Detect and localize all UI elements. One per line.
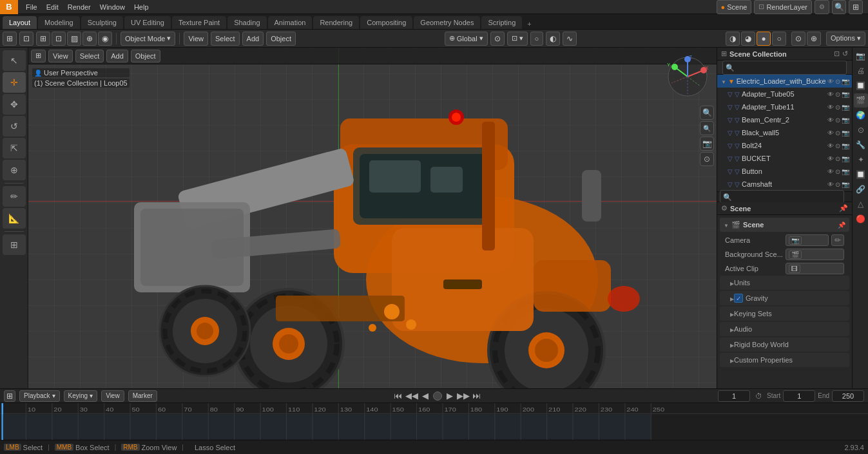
menu-render[interactable]: Render xyxy=(64,3,95,12)
props-icon-constraints[interactable]: 🔗 xyxy=(854,182,868,196)
view-timeline-menu[interactable]: View xyxy=(101,390,124,402)
add-workspace-tab[interactable]: + xyxy=(523,19,535,29)
vis-icon[interactable]: 👁 xyxy=(827,142,834,149)
render-icon[interactable]: 📷 xyxy=(842,78,849,85)
tool-annotate[interactable]: ✏ xyxy=(3,186,26,207)
sel-icon[interactable]: ⊙ xyxy=(835,78,840,85)
playback-menu[interactable]: Playback ▾ xyxy=(19,390,60,402)
tab-geometry-nodes[interactable]: Geometry Nodes xyxy=(414,16,480,29)
vis-icon[interactable]: 👁 xyxy=(827,117,834,124)
props-icon-world[interactable]: 🌍 xyxy=(854,108,868,122)
editor-type-vp-btn[interactable]: ⊞ xyxy=(31,50,46,62)
tab-rendering[interactable]: Rendering xyxy=(313,16,359,29)
vis-icon[interactable]: 👁 xyxy=(827,168,834,175)
proportional-edit-btn[interactable]: ○ xyxy=(530,32,544,46)
tool-measure[interactable]: 📐 xyxy=(3,208,26,229)
outliner-item[interactable]: ▽ ▽ Adapter_Tube05 👁 ⊙ 📷 xyxy=(717,88,852,100)
play-btn[interactable]: ▶ xyxy=(444,390,456,402)
props-icon-material[interactable]: 🔴 xyxy=(854,212,868,226)
filter-btn[interactable]: ⊞ xyxy=(849,0,863,14)
scene-pin[interactable]: 📌 xyxy=(838,222,845,229)
tool-select[interactable]: ↖ xyxy=(3,50,26,71)
menu-help[interactable]: Help xyxy=(130,3,153,12)
options-btn[interactable]: ⚙ xyxy=(815,0,829,14)
props-pin-icon[interactable]: 📌 xyxy=(839,204,848,213)
audio-section[interactable]: Audio xyxy=(720,322,849,336)
props-icon-physics[interactable]: 🔲 xyxy=(854,167,868,182)
shading-material[interactable]: ◕ xyxy=(741,32,755,46)
render-icon[interactable]: 📷 xyxy=(842,142,849,149)
props-icon-view[interactable]: 🔲 xyxy=(854,79,868,93)
render-icon[interactable]: 📷 xyxy=(842,104,849,111)
outliner-item[interactable]: ▽ ▽ Adapter_Tube11 👁 ⊙ 📷 xyxy=(717,100,852,113)
viewport-gizmo[interactable]: X Y Z xyxy=(665,54,710,99)
menu-window[interactable]: Window xyxy=(96,3,129,12)
props-icon-modifier[interactable]: 🔧 xyxy=(854,138,868,152)
tab-compositing[interactable]: Compositing xyxy=(360,16,412,29)
props-icon-data[interactable]: △ xyxy=(854,197,868,211)
timeline-editor-type[interactable]: ⊞ xyxy=(4,390,15,402)
camera-pick-btn[interactable]: ✏ xyxy=(831,234,844,246)
render-icon[interactable]: 📷 xyxy=(842,168,849,175)
sel-icon[interactable]: ⊙ xyxy=(835,181,840,188)
scene-section-header[interactable]: 🎬 Scene 📌 xyxy=(720,218,849,232)
outliner-item[interactable]: ▼ Electric_Loader_with_Bucket 👁 ⊙ 📷 xyxy=(717,75,852,88)
outliner-item[interactable]: ▽ ▽ BUCKET 👁 ⊙ 📷 xyxy=(717,152,852,165)
props-icon-object[interactable]: ⊙ xyxy=(854,123,868,137)
transform-orientations[interactable]: ⊕ Global ▾ xyxy=(445,32,488,46)
vis-icon[interactable]: 👁 xyxy=(827,91,834,98)
tool-cursor[interactable]: ✛ xyxy=(3,72,26,93)
vis-icon[interactable]: 👁 xyxy=(827,155,834,162)
object-mode-btn[interactable]: Object Mode ▾ xyxy=(121,32,175,46)
sel-icon[interactable]: ⊙ xyxy=(835,91,840,98)
play-back-btn[interactable]: ◀ xyxy=(420,390,431,402)
snap-btn[interactable]: ⊡ ▾ xyxy=(507,32,528,46)
start-frame-display[interactable]: 1 xyxy=(783,390,815,402)
camera-value[interactable]: 📷 xyxy=(786,234,829,246)
marker-menu[interactable]: Marker xyxy=(128,390,157,402)
overlay-btn[interactable]: ⊙ xyxy=(791,32,805,46)
view-vp-btn[interactable]: View xyxy=(48,50,73,62)
keying-menu[interactable]: Keying ▾ xyxy=(64,390,98,402)
icon-grid1[interactable]: ⊞ xyxy=(36,32,50,46)
active-clip-value[interactable]: 🎞 xyxy=(786,263,844,274)
tool-rotate[interactable]: ↺ xyxy=(3,116,26,137)
menu-file[interactable]: File xyxy=(22,3,41,12)
custom-props-section[interactable]: Custom Properties xyxy=(720,353,849,367)
units-section[interactable]: Units xyxy=(720,276,849,290)
use-preview-range-btn[interactable]: ⏱ xyxy=(753,390,764,402)
sel-icon[interactable]: ⊙ xyxy=(835,155,840,162)
zoom-out-btn[interactable]: 🔍 xyxy=(700,121,714,135)
timeline-ruler-area[interactable]: 10 20 30 40 50 60 70 80 90 100 xyxy=(0,403,868,440)
vis-icon[interactable]: 👁 xyxy=(827,181,834,188)
shading-rendered[interactable]: ● xyxy=(757,32,771,46)
shading-wireframe[interactable]: ○ xyxy=(772,32,786,46)
tab-uv-editing[interactable]: UV Editing xyxy=(124,16,171,29)
bg-scene-value[interactable]: 🎬 xyxy=(786,249,844,260)
gravity-section[interactable]: ✓ Gravity xyxy=(720,291,849,305)
render-icon[interactable]: 📷 xyxy=(842,117,849,124)
tab-layout[interactable]: Layout xyxy=(3,16,37,29)
menu-edit[interactable]: Edit xyxy=(43,3,63,12)
tool-transform[interactable]: ⊕ xyxy=(3,160,26,180)
record-btn[interactable] xyxy=(433,392,442,401)
tab-shading[interactable]: Shading xyxy=(227,16,266,29)
outliner-search-input[interactable] xyxy=(722,61,847,75)
keying-sets-section[interactable]: Keying Sets xyxy=(720,307,849,321)
object-menu[interactable]: Object xyxy=(266,32,296,46)
render-icon[interactable]: 📷 xyxy=(842,91,849,98)
icon-grid5[interactable]: ◉ xyxy=(98,32,112,46)
focus-btn[interactable]: ⊙ xyxy=(700,152,714,166)
props-icon-render[interactable]: 📷 xyxy=(854,49,868,63)
sel-icon[interactable]: ⊙ xyxy=(835,168,840,175)
props-icon-output[interactable]: 🖨 xyxy=(854,64,868,78)
toggle1[interactable]: ◐ xyxy=(546,32,560,46)
jump-fwd-btn[interactable]: ▶▶ xyxy=(458,390,469,402)
render-icon[interactable]: 📷 xyxy=(842,181,849,188)
editor-type-btn[interactable]: ⊞ xyxy=(3,32,17,46)
tab-animation[interactable]: Animation xyxy=(268,16,313,29)
end-frame-display[interactable]: 250 xyxy=(832,390,864,402)
icon-grid3[interactable]: ▨ xyxy=(67,32,81,46)
tool-move[interactable]: ✥ xyxy=(3,94,26,115)
select-menu[interactable]: Select xyxy=(211,32,240,46)
